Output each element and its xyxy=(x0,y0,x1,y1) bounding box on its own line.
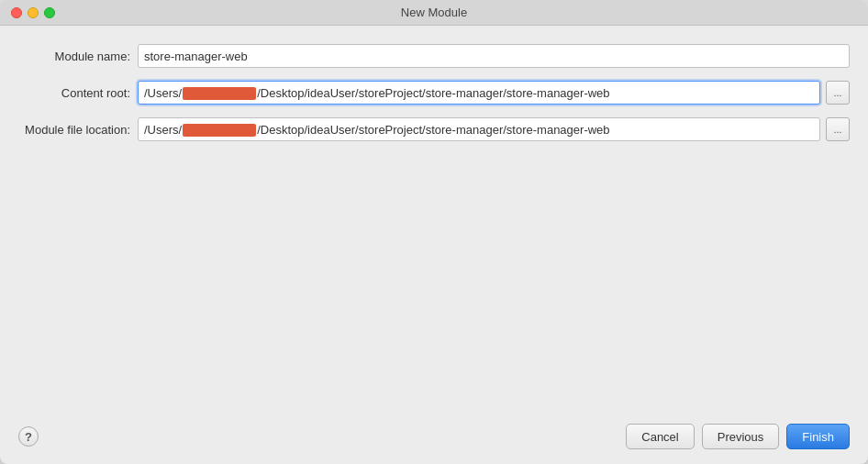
traffic-lights xyxy=(11,7,55,18)
module-file-field-container: /Users//Desktop/ideaUser/storeProject/st… xyxy=(138,117,850,141)
module-name-label: Module name: xyxy=(18,50,138,63)
module-file-label: Module file location: xyxy=(18,123,138,137)
content-root-label: Content root: xyxy=(18,86,138,100)
module-file-row: Module file location: /Users//Desktop/id… xyxy=(18,117,850,141)
cancel-button[interactable]: Cancel xyxy=(626,424,694,449)
minimize-button[interactable] xyxy=(28,7,39,18)
module-name-row: Module name: xyxy=(18,44,850,68)
help-button[interactable]: ? xyxy=(18,426,39,447)
module-file-input[interactable]: /Users//Desktop/ideaUser/storeProject/st… xyxy=(138,117,820,141)
module-name-input[interactable] xyxy=(138,44,850,68)
content-root-field-container: /Users//Desktop/ideaUser/storeProject/st… xyxy=(138,81,850,105)
previous-button[interactable]: Previous xyxy=(702,424,780,449)
module-file-suffix: /Desktop/ideaUser/storeProject/store-man… xyxy=(257,123,609,137)
titlebar: New Module xyxy=(0,0,868,26)
maximize-button[interactable] xyxy=(44,7,55,18)
dialog-window: New Module Module name: Content root: /U… xyxy=(0,0,868,464)
close-button[interactable] xyxy=(11,7,22,18)
footer-left: ? xyxy=(18,426,39,447)
finish-button[interactable]: Finish xyxy=(786,424,850,449)
footer-right: Cancel Previous Finish xyxy=(626,424,850,449)
content-root-prefix: /Users/ xyxy=(144,86,182,100)
redacted-username-2 xyxy=(183,124,256,137)
dialog-title: New Module xyxy=(401,6,467,19)
redacted-username-1 xyxy=(183,87,256,100)
content-root-row: Content root: /Users//Desktop/ideaUser/s… xyxy=(18,81,850,105)
module-name-field-container xyxy=(138,44,850,68)
module-file-browse-button[interactable]: ... xyxy=(826,117,850,141)
form-content: Module name: Content root: /Users//Deskt… xyxy=(0,26,868,409)
content-root-suffix: /Desktop/ideaUser/storeProject/store-man… xyxy=(257,86,609,100)
content-root-browse-button[interactable]: ... xyxy=(826,81,850,105)
module-file-prefix: /Users/ xyxy=(144,123,182,137)
footer: ? Cancel Previous Finish xyxy=(0,409,868,464)
content-root-input[interactable]: /Users//Desktop/ideaUser/storeProject/st… xyxy=(138,81,820,105)
